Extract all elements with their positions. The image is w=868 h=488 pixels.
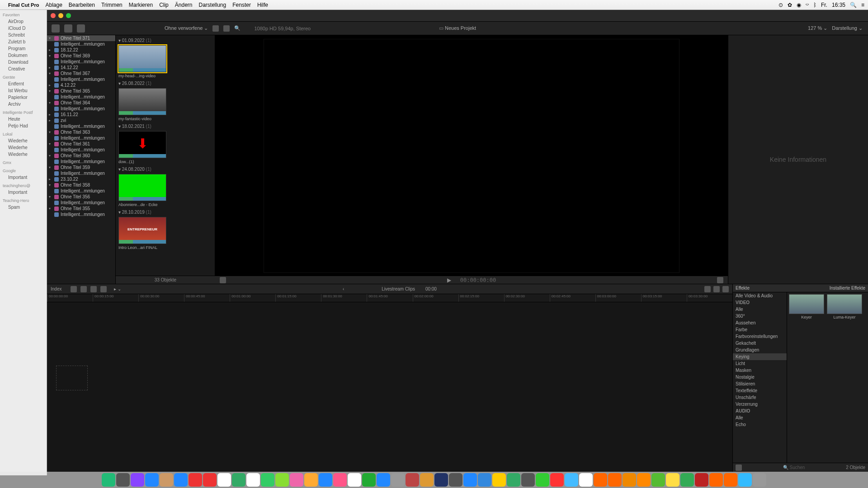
browser-date-header[interactable]: ▾ 24.08.2020 (1) xyxy=(118,166,212,173)
close-icon[interactable] xyxy=(51,13,56,18)
index-button[interactable]: Index xyxy=(51,286,61,291)
effects-items[interactable]: KeyerLuma-Keyer xyxy=(787,292,868,463)
finder-item[interactable]: Papierkor xyxy=(0,94,47,101)
effect-category[interactable]: Farbvoreinstellungen xyxy=(733,333,787,340)
dock-app-icon[interactable] xyxy=(333,473,347,487)
dock-app-icon[interactable] xyxy=(391,473,405,487)
clip-thumbnail[interactable] xyxy=(118,174,166,201)
dock-app-icon[interactable] xyxy=(189,473,202,487)
library-item[interactable]: Intelligent...mmlungen xyxy=(47,123,115,129)
app-name[interactable]: Final Cut Pro xyxy=(8,2,39,8)
effect-category[interactable]: 360° xyxy=(733,313,787,319)
clip-filter-dropdown[interactable]: Ohne verworfene ⌄ xyxy=(165,25,208,31)
dock-app-icon[interactable] xyxy=(145,473,159,487)
search-icon[interactable]: 🔍 xyxy=(850,2,857,8)
library-item[interactable]: ▾Ohne Titel 359 xyxy=(47,164,115,170)
effect-category[interactable]: Alle xyxy=(733,414,787,421)
bluetooth-icon[interactable]: ᛒ xyxy=(813,2,816,8)
timeline-ruler[interactable]: 00:00:00:0000:00:15:0000:00:30:0000:00:4… xyxy=(47,294,732,302)
menu-aendern[interactable]: Ändern xyxy=(175,2,193,8)
clip-thumbnail[interactable] xyxy=(118,45,166,72)
dock-app-icon[interactable] xyxy=(131,473,144,487)
effect-category[interactable]: Gekachelt xyxy=(733,340,787,347)
dock-app-icon[interactable] xyxy=(348,473,361,487)
library-item[interactable]: ▸23.10.22 xyxy=(47,176,115,182)
finder-item[interactable]: Wiederhe xyxy=(0,151,47,158)
status-icon[interactable]: ⊙ xyxy=(778,2,783,8)
finder-item[interactable]: Petjo Had xyxy=(0,122,47,129)
menu-trimmen[interactable]: Trimmen xyxy=(101,2,123,8)
effects-installed-label[interactable]: Installierte Effekte xyxy=(830,286,865,291)
library-item[interactable]: ▾Ohne Titel 371 xyxy=(47,35,115,41)
effect-category[interactable]: Texteffekte xyxy=(733,387,787,394)
dock-app-icon[interactable] xyxy=(695,473,708,487)
menu-icon[interactable]: ≡ xyxy=(861,2,864,8)
effect-category[interactable]: VIDEO xyxy=(733,299,787,306)
dock-app-icon[interactable] xyxy=(492,473,506,487)
dock-app-icon[interactable] xyxy=(594,473,607,487)
dock-app-icon[interactable] xyxy=(362,473,376,487)
library-item[interactable]: Intelligent...mmlungen xyxy=(47,94,115,100)
library-item[interactable]: ▾Ohne Titel 363 xyxy=(47,129,115,135)
finder-item[interactable]: Ist Werbu xyxy=(0,87,47,94)
skimming-icon[interactable] xyxy=(704,286,711,292)
library-item[interactable]: Intelligent...mmlungen xyxy=(47,170,115,176)
dock-app-icon[interactable] xyxy=(290,473,303,487)
append-icon[interactable] xyxy=(90,286,97,292)
effect-item[interactable]: Keyer xyxy=(789,294,824,319)
dock-app-icon[interactable] xyxy=(507,473,520,487)
clip-thumbnail[interactable]: ENTREPRENEUR xyxy=(118,217,166,244)
zoom-level[interactable]: 127 % ⌄ xyxy=(808,25,827,31)
library-item[interactable]: Intelligent...mmlungen xyxy=(47,159,115,164)
solo-icon[interactable] xyxy=(722,286,729,292)
snapping-icon[interactable] xyxy=(713,286,720,292)
finder-item[interactable]: Important xyxy=(0,174,47,181)
effect-category[interactable]: Nostalgie xyxy=(733,374,787,380)
dock-app-icon[interactable] xyxy=(579,473,593,487)
macos-dock[interactable] xyxy=(0,472,868,488)
library-item[interactable]: ▾Ohne Titel 369 xyxy=(47,53,115,59)
dock-app-icon[interactable] xyxy=(232,473,245,487)
menu-ablage[interactable]: Ablage xyxy=(45,2,62,8)
library-item[interactable]: ▸16.11.22 xyxy=(47,112,115,117)
library-item[interactable]: Intelligent...mmlungen xyxy=(47,211,115,217)
fullscreen-icon[interactable] xyxy=(717,277,723,283)
menu-hilfe[interactable]: Hilfe xyxy=(257,2,268,8)
dock-app-icon[interactable] xyxy=(608,473,622,487)
timeline-back-button[interactable]: ‹ xyxy=(343,286,344,291)
transform-icon[interactable] xyxy=(220,277,226,283)
dock-app-icon[interactable] xyxy=(160,473,173,487)
dock-app-icon[interactable] xyxy=(449,473,462,487)
finder-item[interactable]: Download xyxy=(0,59,47,66)
viewer[interactable] xyxy=(215,35,728,276)
project-title[interactable]: ▭ Neues Projekt xyxy=(439,25,476,31)
library-item[interactable]: Intelligent...mmlungen xyxy=(47,188,115,194)
tool-select[interactable]: ▸ ⌄ xyxy=(114,286,121,291)
effect-category[interactable]: Unschärfe xyxy=(733,394,787,401)
viewer-canvas[interactable] xyxy=(264,39,679,273)
dock-app-icon[interactable] xyxy=(420,473,434,487)
library-item[interactable]: Intelligent...mmlungen xyxy=(47,106,115,112)
dock-app-icon[interactable] xyxy=(623,473,636,487)
library-item[interactable]: ▸18.12.22 xyxy=(47,47,115,53)
finder-item[interactable]: Wiederhe xyxy=(0,144,47,151)
finder-item[interactable]: Program xyxy=(0,45,47,52)
timeline[interactable] xyxy=(47,302,732,472)
dock-app-icon[interactable] xyxy=(377,473,390,487)
finder-item[interactable]: Spam xyxy=(0,204,47,211)
menu-bearbeiten[interactable]: Bearbeiten xyxy=(69,2,95,8)
browser-date-header[interactable]: ▾ 18.02.2021 (1) xyxy=(118,123,212,130)
finder-item[interactable]: iCloud D xyxy=(0,25,47,32)
dock-app-icon[interactable] xyxy=(724,473,737,487)
dock-app-icon[interactable] xyxy=(304,473,318,487)
media-browser[interactable]: ▾ 01.09.2022 (1)my-head-...ing-video▾ 26… xyxy=(116,35,215,276)
effect-category[interactable]: Grundlagen xyxy=(733,347,787,353)
effects-lib-icon[interactable] xyxy=(736,465,742,471)
library-item[interactable]: ▾Ohne Titel 367 xyxy=(47,70,115,76)
effect-category[interactable]: Keying xyxy=(733,353,787,360)
finder-item[interactable]: Wiederhe xyxy=(0,137,47,144)
render-icon[interactable] xyxy=(77,24,85,33)
minimize-icon[interactable] xyxy=(58,13,63,18)
library-item[interactable]: ▾Ohne Titel 356 xyxy=(47,194,115,200)
finder-item[interactable]: Important xyxy=(0,189,47,196)
